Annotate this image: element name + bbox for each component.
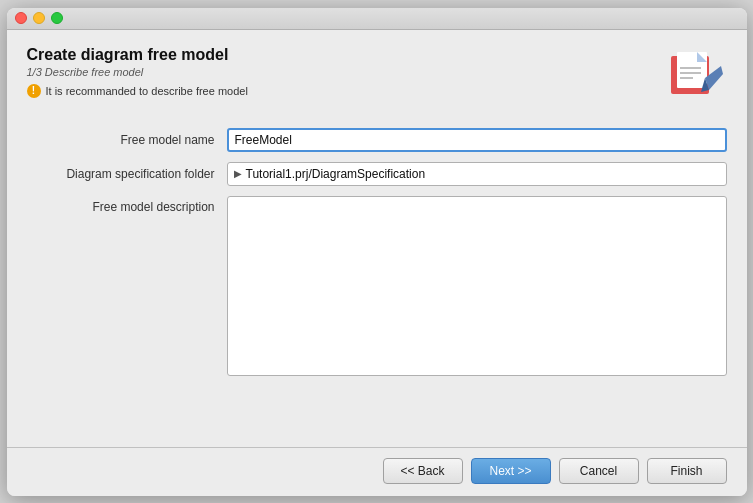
finish-button[interactable]: Finish — [647, 458, 727, 484]
maximize-button[interactable] — [51, 12, 63, 24]
diagram-spec-folder-value: Tutorial1.prj/DiagramSpecification — [246, 167, 426, 181]
free-model-name-input[interactable] — [227, 128, 727, 152]
free-model-description-textarea[interactable] — [227, 196, 727, 376]
step-info: 1/3 Describe free model — [27, 66, 248, 78]
title-bar — [7, 8, 747, 30]
dialog-window: Create diagram free model 1/3 Describe f… — [7, 8, 747, 496]
dialog-content: Create diagram free model 1/3 Describe f… — [7, 30, 747, 447]
step-description: Describe free model — [45, 66, 143, 78]
dialog-footer: << Back Next >> Cancel Finish — [7, 447, 747, 496]
diagram-spec-folder-label: Diagram specification folder — [27, 167, 227, 181]
warning-row: ! It is recommanded to describe free mod… — [27, 84, 248, 98]
free-model-name-row: Free model name — [27, 128, 727, 152]
traffic-lights — [15, 12, 63, 24]
warning-icon: ! — [27, 84, 41, 98]
next-button[interactable]: Next >> — [471, 458, 551, 484]
minimize-button[interactable] — [33, 12, 45, 24]
close-button[interactable] — [15, 12, 27, 24]
free-model-name-label: Free model name — [27, 133, 227, 147]
dialog-header: Create diagram free model 1/3 Describe f… — [27, 46, 727, 110]
free-model-description-row: Free model description — [27, 196, 727, 376]
dialog-title: Create diagram free model — [27, 46, 248, 64]
free-model-description-label: Free model description — [27, 196, 227, 214]
app-logo — [663, 46, 727, 110]
back-button[interactable]: << Back — [383, 458, 463, 484]
folder-arrow-icon: ▶ — [234, 168, 242, 179]
warning-text: It is recommanded to describe free model — [46, 85, 248, 97]
cancel-button[interactable]: Cancel — [559, 458, 639, 484]
header-left: Create diagram free model 1/3 Describe f… — [27, 46, 248, 98]
svg-rect-1 — [677, 52, 707, 88]
diagram-spec-folder-field[interactable]: ▶ Tutorial1.prj/DiagramSpecification — [227, 162, 727, 186]
step-number: 1/3 — [27, 66, 42, 78]
form-area: Free model name Diagram specification fo… — [27, 128, 727, 435]
diagram-spec-folder-row: Diagram specification folder ▶ Tutorial1… — [27, 162, 727, 186]
